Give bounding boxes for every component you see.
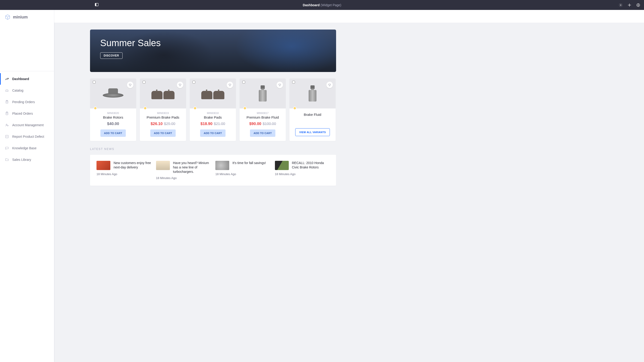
favorite-button[interactable] [326,82,333,88]
chat-icon [5,146,9,150]
product-image [90,78,136,108]
product-image [190,78,236,108]
favorite-button[interactable] [276,82,283,88]
sidebar-item-pending-orders[interactable]: Pending Orders [0,96,54,108]
main: Summer Sales DISCOVER MIN93020 Brake Rot… [54,10,644,362]
sidebar-item-label: Catalog [12,89,23,92]
news-thumbnail [96,161,110,170]
product-card[interactable]: MIN93017 Premium Brake Fluid $90.00$100.… [240,78,286,141]
news-title: RECALL: 2010 Honda Civic Brake Rotors [292,161,330,170]
brand-name: minium [13,15,28,19]
add-to-cart-button[interactable]: ADD TO CART [250,129,276,137]
product-name: Brake Pads [192,115,233,119]
product-sku: MIN93020 [93,112,134,114]
product-price: $18.90$21.00 [192,122,233,126]
product-sku: MIN93019 [143,112,183,114]
product-price: $90.00$100.00 [242,122,283,126]
sidebar-item-label: Dashboard [12,77,29,81]
product-card[interactable]: Brake Fluid VIEW ALL VARIANTS [290,78,336,141]
panel-toggle-icon[interactable] [95,2,99,7]
globe-icon[interactable] [636,3,640,7]
sidebar-item-placed-orders[interactable]: Placed Orders [0,108,54,119]
product-price: $26.10$29.00 [143,122,183,126]
news-thumbnail [275,161,289,170]
svg-point-11 [8,125,8,126]
car-icon [5,88,9,92]
favorite-button[interactable] [227,82,233,88]
trend-up-icon [5,77,9,81]
sidebar-item-account-management[interactable]: Account Management [0,119,54,131]
product-compare-checkbox[interactable] [192,81,195,83]
product-carousel: MIN93020 Brake Rotors $40.00 ADD TO CART… [90,78,336,141]
add-to-cart-button[interactable]: ADD TO CART [100,129,126,137]
product-sku: MIN93017 [242,112,283,114]
product-name: Brake Rotors [93,115,134,119]
sidebar-item-label: Account Management [12,123,44,127]
svg-point-5 [8,91,8,91]
product-sku: MIN93018 [192,112,233,114]
news-item[interactable]: New customers enjoy free next-day delive… [96,161,152,180]
hero-title: Summer Sales [100,38,326,48]
news-section-title: LATEST NEWS [90,147,336,151]
product-compare-checkbox[interactable] [242,81,245,83]
product-image [140,78,186,108]
view-variants-button[interactable]: VIEW ALL VARIANTS [295,128,330,136]
gear-icon[interactable] [618,3,623,7]
news-timestamp: 18 Minutes Ago [275,172,330,176]
sidebar-nav: Dashboard Catalog Pending Orders Placed … [0,71,54,165]
product-compare-checkbox[interactable] [93,81,96,83]
favorite-button[interactable] [127,82,134,88]
product-compare-checkbox[interactable] [292,81,295,83]
hero-banner: Summer Sales DISCOVER [90,29,336,72]
subheader [54,10,644,23]
sidebar-item-catalog[interactable]: Catalog [0,85,54,96]
news-timestamp: 18 Minutes Ago [156,176,211,180]
product-card[interactable]: MIN93019 Premium Brake Pads $26.10$29.00… [140,78,186,141]
news-list: New customers enjoy free next-day delive… [90,155,336,186]
product-card[interactable]: MIN93020 Brake Rotors $40.00 ADD TO CART [90,78,136,141]
sidebar-item-dashboard[interactable]: Dashboard [0,73,54,85]
sidebar-item-label: Sales Library [12,158,31,161]
add-to-cart-button[interactable]: ADD TO CART [150,129,176,137]
clipboard-icon [5,111,9,116]
sidebar-item-label: Placed Orders [12,112,33,115]
alert-box-icon [5,134,9,139]
svg-rect-1 [95,3,96,6]
news-item[interactable]: RECALL: 2010 Honda Civic Brake Rotors 18… [275,161,330,180]
brand[interactable]: minium [0,10,54,23]
product-compare-checkbox[interactable] [143,81,146,83]
news-thumbnail [156,161,170,170]
news-timestamp: 18 Minutes Ago [96,172,152,176]
svg-point-10 [6,124,7,125]
status-dot-icon [243,107,246,110]
product-card[interactable]: MIN93018 Brake Pads $18.90$21.00 ADD TO … [190,78,236,141]
status-dot-icon [144,107,147,110]
sidebar-item-knowledge-base[interactable]: Knowledge Base [0,142,54,154]
news-item[interactable]: It's time for fall savings! 18 Minutes A… [215,161,270,180]
plus-icon[interactable] [628,3,632,7]
page-title: Dashboard(Widget Page) [4,3,640,7]
control-bar: Dashboard(Widget Page) [0,0,644,10]
product-name: Premium Brake Pads [143,115,183,119]
product-image [290,78,336,108]
brand-logo-icon [4,14,10,20]
news-title: It's time for fall savings! [232,161,266,165]
sidebar-item-label: Report Product Defect [12,135,44,138]
news-thumbnail [215,161,229,170]
favorite-button[interactable] [177,82,183,88]
product-image [240,78,286,108]
news-title: Have you heard? Minium has a new line of… [173,161,211,174]
news-item[interactable]: Have you heard? Minium has a new line of… [156,161,211,180]
svg-point-2 [620,4,622,5]
sidebar-item-sales-library[interactable]: Sales Library [0,154,54,165]
news-timestamp: 18 Minutes Ago [215,172,270,176]
add-to-cart-button[interactable]: ADD TO CART [200,129,226,137]
discover-button[interactable]: DISCOVER [100,52,122,59]
news-title: New customers enjoy free next-day delive… [114,161,152,170]
sidebar-item-label: Knowledge Base [12,146,36,150]
folder-icon [5,158,9,162]
sidebar: minium Dashboard Catalog Pending Orders … [0,10,54,362]
status-dot-icon [194,107,197,110]
product-price: $40.00 [93,122,134,126]
sidebar-item-report-defect[interactable]: Report Product Defect [0,131,54,142]
